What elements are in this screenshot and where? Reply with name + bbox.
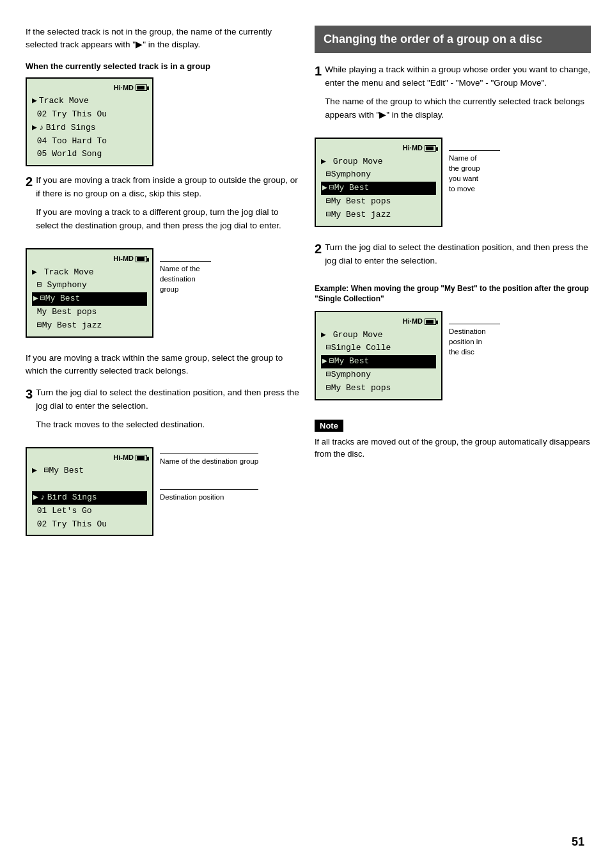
lcd4-line5: ⊟My Best jazz: [321, 209, 436, 222]
lcd-display-1: Hi·MD ▶ Track Move 02 Try This Ou ▶ ♪ Bi…: [26, 77, 153, 167]
page-container: If the selected track is not in the grou…: [0, 0, 610, 868]
lcd3-line2: [32, 478, 147, 491]
play-arrow-1: ▶: [32, 95, 37, 108]
play-arrow-5a: ▶: [321, 329, 326, 342]
step3-number: 3: [26, 386, 33, 437]
page-number: 51: [572, 835, 584, 849]
step2-extra-text: If you are moving a track within the sam…: [26, 352, 302, 378]
lcd5-line3-highlighted: ▶ ⊟My Best: [321, 355, 436, 368]
lcd4-annot-1: Name of: [449, 154, 476, 162]
r-step2-block: 2 Turn the jog dial to select the destin…: [315, 241, 591, 273]
lcd3-annotations: Name of the destination group Destinatio…: [160, 447, 258, 502]
lcd3-line1: ▶ ⊟My Best: [32, 464, 147, 478]
lcd1-line5: 05 World Song: [32, 148, 147, 161]
lcd-display-2: Hi-MD ▶ Track Move ⊟ Symphony ▶ ⊟My Best…: [26, 248, 153, 338]
r-step2-para1: Turn the jog dial to select the destinat…: [325, 241, 591, 268]
lcd5-wrapper: Hi·MD ▶ Group Move ⊟Single Colle ▶ ⊟My B…: [315, 311, 591, 408]
lcd5-line2-text: ⊟Single Colle: [321, 342, 391, 355]
lcd-display-5: Hi·MD ▶ Group Move ⊟Single Colle ▶ ⊟My B…: [315, 311, 442, 400]
lcd1-line2: 02 Try This Ou: [32, 108, 147, 122]
lcd2-line2: ⊟ Symphony: [32, 279, 147, 292]
lcd2-line2-text: ⊟ Symphony: [32, 279, 87, 292]
step3-content: Turn the jog dial to select the destinat…: [36, 386, 302, 437]
lcd5-line1-text: Group Move: [328, 329, 383, 342]
lcd2-line1: ▶ Track Move: [32, 266, 147, 280]
lcd2-line1-text: Track Move: [39, 266, 94, 280]
r-step1-number: 1: [315, 63, 322, 127]
play-arrow-2b: ▶: [33, 292, 38, 306]
lcd2-line3-text: ⊟My Best: [40, 292, 80, 306]
r-step2-number: 2: [315, 241, 322, 273]
lcd2-line4-text: My Best pops: [32, 306, 97, 319]
lcd3-line4: 01 Let's Go: [32, 505, 147, 518]
lcd5-line1: ▶ Group Move: [321, 329, 436, 342]
lcd2-annot-line1: Name of the: [160, 265, 200, 272]
lcd1-line4-text: 04 Too Hard To: [32, 135, 107, 148]
lcd1-line5-text: 05 World Song: [32, 148, 102, 161]
play-arrow-5b: ▶: [322, 355, 327, 368]
lcd1-line3-text: Bird Sings: [46, 122, 96, 135]
play-arrow-4b: ▶: [322, 182, 327, 195]
lcd2-annotation-text: Name of the destination group: [160, 261, 211, 294]
step3-para2: The track moves to the selected destinat…: [36, 418, 302, 432]
step2-para2: If you are moving a track to a different…: [36, 206, 302, 233]
lcd4-annot-2: the group: [449, 164, 480, 172]
example-label: Example: When moving the group "My Best"…: [315, 283, 591, 305]
lcd4-line3-highlighted: ▶ ⊟My Best: [321, 182, 436, 195]
note-text: If all tracks are moved out of the group…: [315, 436, 591, 461]
play-arrow-2a: ▶: [32, 266, 37, 280]
lcd2-annot-line2: destination: [160, 275, 196, 283]
lcd2-wrapper: Hi-MD ▶ Track Move ⊟ Symphony ▶ ⊟My Best…: [26, 248, 302, 345]
lcd3-header: Hi-MD: [32, 452, 147, 464]
intro-text: If the selected track is not in the grou…: [26, 26, 302, 52]
lcd4-wrapper: Hi·MD ▶ Group Move ⊟Symphony ▶ ⊟My Best …: [315, 138, 591, 235]
lcd3-line1-text: ⊟My Best: [39, 464, 84, 478]
lcd5-annot-text: Destination position in the disc: [449, 324, 500, 357]
himd-label-4: Hi·MD: [403, 143, 423, 154]
lcd5-line5-text: ⊟My Best pops: [321, 382, 391, 395]
lcd4-line2: ⊟Symphony: [321, 168, 436, 182]
lcd5-annotation: Destination position in the disc: [449, 311, 500, 357]
lcd4-line4-text: ⊟My Best pops: [321, 195, 391, 209]
lcd5-annot-3: the disc: [449, 348, 474, 356]
lcd-display-4: Hi·MD ▶ Group Move ⊟Symphony ▶ ⊟My Best …: [315, 138, 442, 227]
lcd4-line1-text: Group Move: [328, 155, 383, 169]
lcd2-line5-text: ⊟My Best jazz: [32, 319, 102, 333]
lcd4-line4: ⊟My Best pops: [321, 195, 436, 209]
lcd5-line2: ⊟Single Colle: [321, 342, 436, 355]
note-box: Note If all tracks are moved out of the …: [315, 420, 591, 461]
lcd4-line5-text: ⊟My Best jazz: [321, 209, 391, 222]
lcd4-line1: ▶ Group Move: [321, 155, 436, 169]
step3-block: 3 Turn the jog dial to select the destin…: [26, 386, 302, 437]
left-column: If the selected track is not in the grou…: [26, 26, 302, 842]
section-title: Changing the order of a group on a disc: [324, 32, 582, 47]
r-step2-content: Turn the jog dial to select the destinat…: [325, 241, 591, 273]
step2-para1: If you are moving a track from inside a …: [36, 174, 302, 201]
lcd-display-3: Hi-MD ▶ ⊟My Best ▶ ♪ Bird Sings 01 Let's…: [26, 447, 153, 537]
note-label: Note: [315, 420, 343, 432]
right-column: Changing the order of a group on a disc …: [315, 26, 591, 842]
lcd4-header: Hi·MD: [321, 143, 436, 154]
himd-label-2: Hi-MD: [113, 253, 134, 265]
lcd3-line3-highlighted: ▶ ♪ Bird Sings: [32, 491, 147, 505]
r-step1-para2: The name of the group to which the curre…: [325, 95, 591, 122]
lcd3-annot-bottom: Destination position: [160, 489, 258, 502]
lcd1-line2-text: 02 Try This Ou: [32, 108, 107, 122]
play-arrow-4a: ▶: [321, 155, 326, 169]
lcd3-line3-text: Bird Sings: [47, 491, 97, 505]
lcd5-annot-2: position in: [449, 338, 482, 345]
lcd3-annot-bottom-text: Destination position: [160, 493, 224, 501]
step2-block: 2 If you are moving a track from inside …: [26, 174, 302, 238]
lcd4-annot-3: you want: [449, 175, 478, 182]
lcd2-line5: ⊟My Best jazz: [32, 319, 147, 333]
lcd2-line4: My Best pops: [32, 306, 147, 319]
lcd3-line5: 02 Try This Ou: [32, 518, 147, 532]
battery-icon-5: [425, 319, 436, 325]
step3-para1: Turn the jog dial to select the destinat…: [36, 386, 302, 413]
lcd4-annot-text: Name of the group you want to move: [449, 150, 500, 194]
music-note-1: ♪: [39, 122, 44, 135]
battery-icon-3: [136, 455, 147, 461]
lcd2-annot-line3: group: [160, 285, 178, 293]
lcd5-line5: ⊟My Best pops: [321, 382, 436, 395]
lcd4-annotation: Name of the group you want to move: [449, 138, 500, 194]
